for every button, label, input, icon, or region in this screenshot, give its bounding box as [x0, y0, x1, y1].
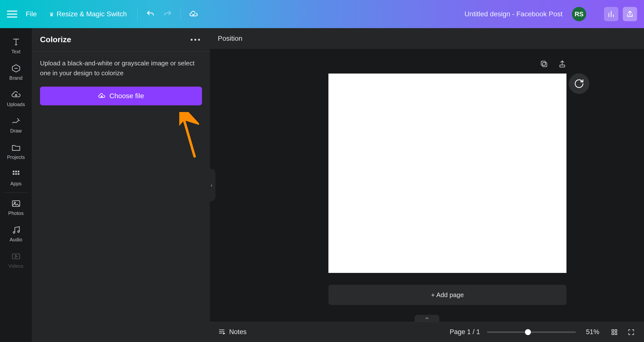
svg-rect-18 [615, 333, 617, 335]
resize-label: Resize & Magic Switch [56, 10, 127, 18]
panel-title: Colorize [40, 35, 71, 44]
toolbar-divider [137, 8, 138, 20]
rail-label: Photos [8, 211, 24, 216]
svg-rect-2 [18, 171, 19, 172]
cloud-sync-icon[interactable] [187, 8, 200, 20]
rail-item-videos[interactable]: Videos [0, 247, 32, 273]
design-page[interactable] [328, 73, 566, 273]
position-button[interactable]: Position [218, 34, 242, 42]
panel-description: Upload a black-and-white or grayscale im… [40, 58, 202, 78]
grid-view-icon[interactable] [610, 327, 619, 337]
bottom-bar: Notes Page 1 / 1 51% [210, 322, 644, 342]
analytics-button[interactable] [604, 7, 618, 21]
svg-rect-15 [612, 330, 614, 332]
rail-label: Uploads [7, 102, 25, 107]
duplicate-page-icon[interactable] [539, 59, 549, 69]
rail-label: Apps [10, 181, 22, 187]
rail-item-text[interactable]: Text [0, 32, 32, 59]
svg-rect-5 [18, 173, 19, 175]
regenerate-button[interactable] [569, 73, 589, 94]
redo-button[interactable] [161, 8, 174, 20]
canvas-toolbar: Position [210, 28, 644, 49]
rail-label: Draw [10, 128, 22, 134]
svg-rect-17 [612, 333, 614, 335]
menu-hamburger-icon[interactable] [7, 9, 17, 19]
svg-rect-13 [541, 61, 546, 65]
annotation-arrow-icon [179, 112, 199, 159]
rail-item-apps[interactable]: Apps [0, 165, 32, 191]
canvas-area: Position + Add page [210, 28, 644, 342]
share-button[interactable] [623, 7, 637, 21]
choose-file-label: Choose file [110, 92, 144, 100]
user-avatar[interactable]: RS [572, 7, 586, 21]
choose-file-button[interactable]: Choose file [40, 87, 202, 105]
svg-point-9 [18, 231, 19, 232]
undo-button[interactable] [144, 8, 157, 20]
file-menu-button[interactable]: File [22, 8, 41, 20]
left-rail: Text Brand Uploads Draw Projects Apps [0, 28, 32, 342]
rail-separator [3, 192, 29, 193]
zoom-slider-thumb[interactable] [525, 329, 531, 335]
svg-rect-14 [560, 65, 565, 67]
rail-label: Videos [8, 263, 24, 269]
expand-page-icon[interactable] [557, 59, 568, 69]
panel-more-icon[interactable] [189, 37, 202, 43]
canvas-viewport[interactable]: + Add page [210, 49, 644, 322]
svg-rect-4 [15, 173, 17, 175]
zoom-slider[interactable] [487, 332, 576, 333]
add-page-button[interactable]: + Add page [328, 285, 566, 305]
notes-button[interactable]: Notes [218, 328, 247, 336]
zoom-percent[interactable]: 51% [583, 328, 602, 336]
fullscreen-icon[interactable] [626, 327, 636, 337]
rail-label: Brand [10, 75, 22, 81]
rail-label: Text [11, 49, 20, 54]
side-panel: Colorize Upload a black-and-white or gra… [32, 28, 210, 342]
top-toolbar: File Resize & Magic Switch Untitled desi… [0, 0, 644, 28]
svg-rect-10 [12, 254, 20, 259]
rail-item-audio[interactable]: Audio [0, 221, 32, 247]
notes-label: Notes [229, 328, 247, 336]
svg-rect-1 [15, 171, 17, 172]
svg-line-11 [183, 115, 194, 156]
rail-label: Projects [7, 154, 25, 160]
resize-magic-switch-button[interactable]: Resize & Magic Switch [45, 8, 131, 20]
page-tray-toggle[interactable] [414, 315, 439, 322]
svg-rect-3 [12, 173, 14, 175]
document-title[interactable]: Untitled design - Facebook Post [464, 10, 562, 18]
toolbar-divider [180, 8, 181, 20]
rail-item-photos[interactable]: Photos [0, 194, 32, 221]
page-indicator[interactable]: Page 1 / 1 [450, 328, 480, 336]
svg-rect-16 [615, 330, 617, 332]
rail-item-projects[interactable]: Projects [0, 138, 32, 165]
rail-item-draw[interactable]: Draw [0, 112, 32, 138]
svg-rect-0 [12, 171, 14, 172]
upload-cloud-icon [98, 92, 106, 100]
rail-item-uploads[interactable]: Uploads [0, 85, 32, 112]
rail-label: Audio [10, 237, 22, 243]
svg-point-8 [13, 232, 15, 233]
crown-icon [49, 10, 54, 18]
svg-rect-12 [542, 62, 547, 67]
rail-item-brand[interactable]: Brand [0, 59, 32, 85]
